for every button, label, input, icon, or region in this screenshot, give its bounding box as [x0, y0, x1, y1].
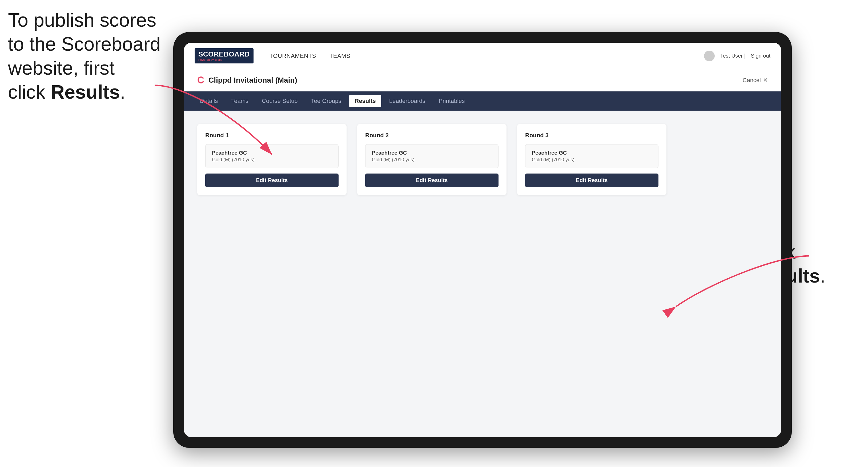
- round-3-course-card: Peachtree GC Gold (M) (7010 yds): [525, 144, 658, 168]
- round-3-course-details: Gold (M) (7010 yds): [532, 157, 652, 163]
- round-1-course-details: Gold (M) (7010 yds): [212, 157, 332, 163]
- tab-teams[interactable]: Teams: [226, 95, 254, 107]
- top-nav: SCOREBOARD Powered by clippd TOURNAMENTS…: [184, 43, 781, 69]
- nav-tournaments[interactable]: TOURNAMENTS: [270, 53, 316, 59]
- round-1-edit-results-button[interactable]: Edit Results: [205, 174, 339, 187]
- tablet-screen: SCOREBOARD Powered by clippd TOURNAMENTS…: [184, 43, 781, 437]
- avatar: [704, 51, 715, 61]
- user-text: Test User |: [720, 53, 745, 59]
- main-content: Round 1 Peachtree GC Gold (M) (7010 yds)…: [184, 111, 781, 437]
- round-3-edit-results-button[interactable]: Edit Results: [525, 174, 658, 187]
- nav-right: Test User | Sign out: [704, 51, 770, 61]
- tabs-bar: Details Teams Course Setup Tee Groups Re…: [184, 91, 781, 111]
- tournament-title-area: C Clippd Invitational (Main): [197, 75, 297, 86]
- tab-leaderboards[interactable]: Leaderboards: [384, 95, 431, 107]
- close-icon: ✕: [763, 77, 768, 84]
- tab-tee-groups[interactable]: Tee Groups: [306, 95, 347, 107]
- rounds-grid: Round 1 Peachtree GC Gold (M) (7010 yds)…: [197, 124, 768, 195]
- nav-teams[interactable]: TEAMS: [330, 53, 350, 59]
- round-1-course-name: Peachtree GC: [212, 150, 332, 156]
- logo-area: SCOREBOARD Powered by clippd: [195, 48, 253, 63]
- tablet-frame: SCOREBOARD Powered by clippd TOURNAMENTS…: [173, 32, 792, 448]
- round-1-label: Round 1: [205, 132, 339, 139]
- round-1-card: Round 1 Peachtree GC Gold (M) (7010 yds)…: [197, 124, 347, 195]
- round-2-course-name: Peachtree GC: [372, 150, 492, 156]
- round-2-course-details: Gold (M) (7010 yds): [372, 157, 492, 163]
- round-2-label: Round 2: [365, 132, 498, 139]
- round-2-edit-results-button[interactable]: Edit Results: [365, 174, 498, 187]
- logo[interactable]: SCOREBOARD Powered by clippd: [195, 48, 253, 63]
- round-3-label: Round 3: [525, 132, 658, 139]
- tournament-icon: C: [197, 75, 204, 86]
- round-2-course-card: Peachtree GC Gold (M) (7010 yds): [365, 144, 498, 168]
- round-3-course-name: Peachtree GC: [532, 150, 652, 156]
- round-2-card: Round 2 Peachtree GC Gold (M) (7010 yds)…: [357, 124, 506, 195]
- round-1-course-card: Peachtree GC Gold (M) (7010 yds): [205, 144, 339, 168]
- left-instruction: To publish scores to the Scoreboard webs…: [8, 8, 160, 104]
- tab-details[interactable]: Details: [195, 95, 223, 107]
- cancel-button[interactable]: Cancel ✕: [743, 77, 768, 84]
- tab-results[interactable]: Results: [349, 95, 381, 107]
- tab-course-setup[interactable]: Course Setup: [256, 95, 303, 107]
- round-3-card: Round 3 Peachtree GC Gold (M) (7010 yds)…: [517, 124, 666, 195]
- tournament-name: Clippd Invitational (Main): [209, 76, 297, 85]
- nav-links: TOURNAMENTS TEAMS: [270, 53, 704, 59]
- signout-link[interactable]: Sign out: [751, 53, 770, 59]
- tournament-header: C Clippd Invitational (Main) Cancel ✕: [184, 69, 781, 91]
- tab-printables[interactable]: Printables: [433, 95, 470, 107]
